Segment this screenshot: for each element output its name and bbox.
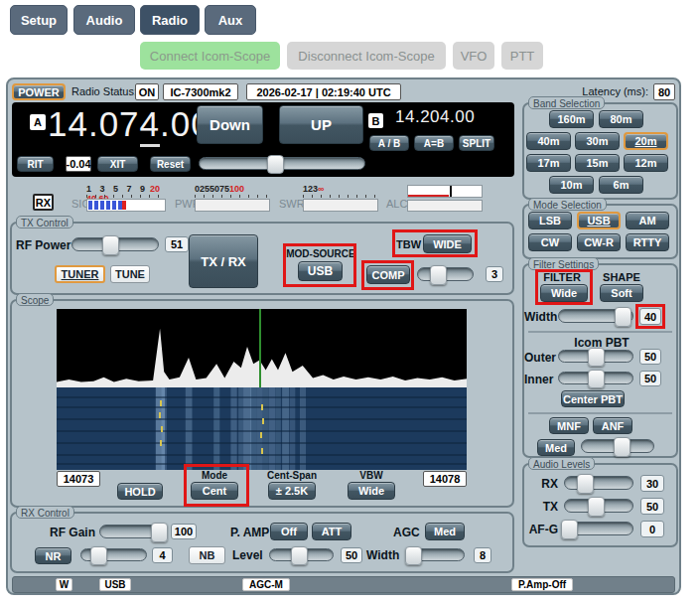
comp-slider[interactable] <box>417 267 474 281</box>
freq-down-button[interactable]: Down <box>197 105 263 144</box>
audio-rx-label: RX <box>532 477 558 491</box>
cent-span-button[interactable]: ± 2.5K <box>268 482 316 500</box>
audio-rx-slider-thumb[interactable] <box>577 474 594 494</box>
vfo-a-frequency[interactable]: 14.074.00 <box>48 103 211 145</box>
sig-meter-fill <box>88 201 122 210</box>
highlight-filter-width-value <box>635 304 665 329</box>
nb-level-slider-thumb[interactable] <box>291 546 308 565</box>
notch-slider[interactable] <box>581 439 654 453</box>
audio-tx-slider-thumb[interactable] <box>588 497 605 517</box>
nb-button[interactable]: NB <box>189 546 225 564</box>
pbt-outer-slider[interactable] <box>558 350 633 363</box>
mode-rtty-button[interactable]: RTTY <box>626 233 669 251</box>
tab-radio[interactable]: Radio <box>140 5 200 35</box>
vfo-tune-slider-thumb[interactable] <box>267 155 284 174</box>
nb-level-slider[interactable] <box>269 548 334 561</box>
mode-usb-button[interactable]: USB <box>577 212 621 229</box>
audio-tx-slider[interactable] <box>564 499 633 513</box>
alc-meter-bar <box>407 200 483 212</box>
audio-rx-value: 30 <box>640 475 664 492</box>
mode-selection-legend: Mode Selection <box>528 198 607 211</box>
pwr-meter-scale: 0255075100 <box>195 184 270 195</box>
tab-aux[interactable]: Aux <box>205 5 256 35</box>
rf-gain-slider[interactable] <box>99 525 165 538</box>
a-b-swap-button[interactable]: A / B <box>369 135 409 151</box>
af-gain-slider[interactable] <box>564 522 633 535</box>
vfo-tune-slider[interactable] <box>199 157 365 170</box>
radio-status-label: Radio Status: <box>71 85 137 97</box>
af-gain-value: 0 <box>640 521 664 537</box>
vbw-button[interactable]: Wide <box>348 482 395 500</box>
band-20m-button[interactable]: 20m <box>624 132 668 150</box>
pbt-inner-slider[interactable] <box>558 372 633 384</box>
shape-soft-button[interactable]: Soft <box>600 284 643 302</box>
ptt-button[interactable]: PTT <box>501 42 543 70</box>
nr-slider-thumb[interactable] <box>90 546 107 565</box>
pbt-outer-slider-thumb[interactable] <box>588 348 605 367</box>
connect-icom-scope-button[interactable]: Connect Icom-Scope <box>140 42 280 70</box>
band-160m-button[interactable]: 160m <box>549 110 594 128</box>
tab-setup[interactable]: Setup <box>10 5 68 35</box>
nb-width-slider[interactable] <box>405 548 465 561</box>
vfo-b-frequency: 14.204.00 <box>395 106 475 128</box>
band-17m-button[interactable]: 17m <box>526 154 571 172</box>
band-10m-button[interactable]: 10m <box>549 176 594 194</box>
reset-button[interactable]: Reset <box>150 156 191 172</box>
hold-button[interactable]: HOLD <box>117 483 163 500</box>
disconnect-icom-scope-button[interactable]: Disconnect Icom-Scope <box>287 42 446 70</box>
p-amp-label: P. AMP <box>230 526 269 539</box>
band-12m-button[interactable]: 12m <box>624 154 668 172</box>
tune-button[interactable]: TUNE <box>110 265 150 283</box>
af-gain-label: AF-G <box>522 523 558 536</box>
cent-span-label: Cent-Span <box>264 470 320 481</box>
audio-rx-slider[interactable] <box>564 476 633 490</box>
tab-audio[interactable]: Audio <box>73 5 135 35</box>
spectrum-waterfall-display[interactable] <box>57 309 467 470</box>
nr-slider[interactable] <box>80 548 147 561</box>
a-eq-b-button[interactable]: A=B <box>414 135 454 151</box>
mode-am-button[interactable]: AM <box>626 212 669 229</box>
audio-tx-value: 50 <box>640 498 664 515</box>
band-80m-button[interactable]: 80m <box>599 110 643 128</box>
p-amp-off-button[interactable]: Off <box>270 523 308 540</box>
pbt-inner-slider-thumb[interactable] <box>588 370 605 388</box>
anf-button[interactable]: ANF <box>593 417 632 434</box>
vfo-button[interactable]: VFO <box>453 42 494 70</box>
tuner-button[interactable]: TUNER <box>55 265 105 283</box>
nr-button[interactable]: NR <box>35 547 71 564</box>
rf-gain-slider-thumb[interactable] <box>151 523 168 542</box>
status-mode-badge: USB <box>99 578 131 591</box>
notch-slider-thumb[interactable] <box>614 437 630 457</box>
pbt-outer-label: Outer <box>524 351 556 365</box>
band-40m-button[interactable]: 40m <box>526 132 571 150</box>
split-button[interactable]: SPLIT <box>459 135 494 151</box>
band-15m-button[interactable]: 15m <box>575 154 620 172</box>
af-gain-slider-thumb[interactable] <box>561 520 578 539</box>
band-6m-button[interactable]: 6m <box>599 176 643 194</box>
filter-width-slider[interactable] <box>558 309 633 323</box>
tx-rx-button[interactable]: TX / RX <box>189 234 258 288</box>
notch-med-button[interactable]: Med <box>537 439 575 456</box>
rf-power-slider-thumb[interactable] <box>102 235 119 255</box>
power-button[interactable]: POWER <box>12 83 66 100</box>
mode-cw-button[interactable]: CW <box>528 233 572 251</box>
shape-label: SHAPE <box>596 271 647 283</box>
rf-power-slider[interactable] <box>71 237 159 251</box>
rit-button[interactable]: RIT <box>17 156 54 172</box>
alc-red-line <box>408 195 449 197</box>
mnf-button[interactable]: MNF <box>549 417 589 434</box>
radio-control-app: Setup Audio Radio Aux Connect Icom-Scope… <box>0 0 700 606</box>
mode-cwr-button[interactable]: CW-R <box>577 233 621 251</box>
alc-meter-scale <box>407 185 483 198</box>
center-pbt-button[interactable]: Center PBT <box>561 390 625 407</box>
sig-meter-bar <box>86 199 166 212</box>
band-30m-button[interactable]: 30m <box>575 132 620 150</box>
nb-width-slider-thumb[interactable] <box>405 546 422 565</box>
comp-slider-thumb[interactable] <box>430 265 447 285</box>
xit-button[interactable]: XIT <box>97 156 138 172</box>
freq-up-button[interactable]: UP <box>279 105 363 144</box>
agc-button[interactable]: Med <box>425 523 465 540</box>
mode-lsb-button[interactable]: LSB <box>528 212 572 229</box>
att-button[interactable]: ATT <box>312 523 351 540</box>
filter-width-slider-thumb[interactable] <box>615 307 631 327</box>
